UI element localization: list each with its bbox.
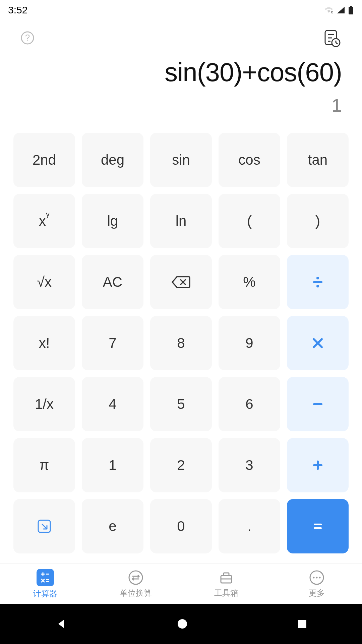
key-sqrt[interactable]: √x [13, 255, 75, 309]
svg-point-37 [316, 577, 318, 578]
key-tan[interactable]: tan [287, 133, 349, 187]
divide-icon [311, 275, 324, 289]
wifi-off-icon: x [324, 6, 334, 14]
square-recent-icon [297, 619, 308, 629]
convert-icon [128, 570, 144, 586]
nav-unit[interactable]: 单位换算 [90, 564, 181, 604]
result: 1 [20, 94, 342, 116]
key-lg[interactable]: lg [82, 194, 143, 248]
key-multiply[interactable] [287, 316, 349, 370]
key-sin[interactable]: sin [150, 133, 212, 187]
key-factorial[interactable]: x! [13, 316, 75, 370]
svg-rect-27 [46, 574, 49, 575]
system-nav [0, 604, 362, 644]
backspace-icon [171, 275, 191, 289]
key-ac[interactable]: AC [82, 255, 143, 309]
nav-label: 更多 [309, 588, 325, 598]
status-icons: x [324, 5, 354, 15]
svg-text:x: x [331, 10, 333, 14]
keypad: 2nd deg sin cos tan xy lg ln ( ) √x AC %… [0, 126, 362, 564]
svg-rect-19 [313, 403, 322, 405]
back-button[interactable] [54, 617, 68, 631]
status-bar: 3:52 x [0, 0, 362, 20]
key-8[interactable]: 8 [150, 316, 212, 370]
key-dot[interactable]: . [219, 499, 280, 553]
home-button[interactable] [176, 618, 188, 630]
expression: sin(30)+cos(60) [20, 57, 342, 88]
svg-rect-24 [314, 527, 322, 529]
status-time: 3:52 [8, 4, 27, 16]
key-1[interactable]: 1 [82, 438, 143, 492]
key-7[interactable]: 7 [82, 316, 143, 370]
bottom-nav: 计算器 单位换算 工具箱 更多 [0, 564, 362, 604]
multiply-icon [312, 337, 324, 349]
equals-icon [312, 520, 324, 532]
key-divide[interactable] [287, 255, 349, 309]
display: sin(30)+cos(60) 1 [0, 57, 362, 126]
svg-text:?: ? [25, 33, 30, 43]
key-e[interactable]: e [82, 499, 143, 553]
key-equals[interactable] [287, 499, 349, 553]
key-deg[interactable]: deg [82, 133, 143, 187]
battery-icon [348, 5, 354, 15]
key-percent[interactable]: % [219, 255, 280, 309]
toolbox-icon [218, 570, 234, 586]
svg-point-14 [316, 277, 319, 279]
svg-rect-31 [46, 581, 49, 582]
svg-point-38 [319, 577, 321, 578]
key-power[interactable]: xy [13, 194, 75, 248]
help-icon: ? [20, 31, 35, 45]
nav-label: 工具箱 [214, 588, 238, 598]
history-icon [322, 28, 342, 48]
svg-point-39 [178, 619, 187, 629]
nav-label: 单位换算 [120, 588, 152, 598]
key-4[interactable]: 4 [82, 377, 143, 431]
collapse-icon [36, 518, 52, 534]
key-5[interactable]: 5 [150, 377, 212, 431]
key-minus[interactable] [287, 377, 349, 431]
more-icon [309, 570, 325, 586]
svg-point-32 [129, 571, 142, 584]
svg-rect-40 [298, 620, 306, 628]
key-6[interactable]: 6 [219, 377, 280, 431]
key-2[interactable]: 2 [150, 438, 212, 492]
top-bar: ? [0, 20, 362, 57]
plus-icon [312, 459, 324, 471]
key-backspace[interactable] [150, 255, 212, 309]
nav-toolbox[interactable]: 工具箱 [181, 564, 272, 604]
key-0[interactable]: 0 [150, 499, 212, 553]
svg-rect-1 [349, 7, 353, 14]
key-paren-right[interactable]: ) [287, 194, 349, 248]
help-button[interactable]: ? [20, 31, 35, 47]
svg-point-36 [313, 577, 315, 578]
svg-rect-2 [350, 6, 352, 7]
nav-label: 计算器 [33, 588, 57, 599]
history-button[interactable] [322, 28, 342, 49]
nav-more[interactable]: 更多 [272, 564, 362, 604]
recent-button[interactable] [297, 619, 308, 629]
calculator-icon [37, 569, 54, 586]
svg-rect-26 [43, 572, 44, 576]
key-pi[interactable]: π [13, 438, 75, 492]
signal-icon [337, 6, 345, 14]
key-plus[interactable] [287, 438, 349, 492]
svg-rect-15 [313, 281, 322, 283]
key-9[interactable]: 9 [219, 316, 280, 370]
svg-rect-23 [314, 524, 322, 525]
triangle-back-icon [54, 617, 68, 631]
key-ln[interactable]: ln [150, 194, 212, 248]
svg-rect-30 [46, 579, 49, 580]
svg-point-16 [316, 285, 319, 287]
key-2nd[interactable]: 2nd [13, 133, 75, 187]
svg-rect-21 [317, 461, 319, 470]
nav-calculator[interactable]: 计算器 [0, 564, 90, 604]
key-reciprocal[interactable]: 1/x [13, 377, 75, 431]
minus-icon [312, 398, 324, 410]
key-collapse[interactable] [13, 499, 75, 553]
key-3[interactable]: 3 [219, 438, 280, 492]
circle-home-icon [176, 618, 188, 630]
key-cos[interactable]: cos [219, 133, 280, 187]
key-paren-left[interactable]: ( [219, 194, 280, 248]
